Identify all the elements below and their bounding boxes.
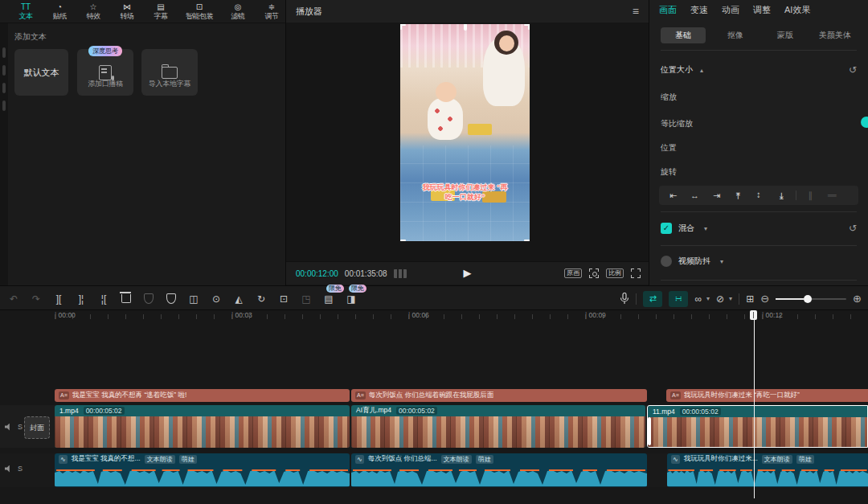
align-bottom-icon[interactable]: ⇥: [776, 185, 787, 207]
tab-animation[interactable]: 动画: [722, 4, 739, 16]
video-preview[interactable]: 我玩玩具时你们凑过来 “再 吃一口就好”: [400, 24, 530, 241]
cover-button[interactable]: 封面: [24, 416, 50, 439]
script-match-icon[interactable]: 限免 ◨: [341, 289, 362, 309]
quality-badge[interactable]: 原画: [564, 268, 582, 278]
clip-name: AI育儿.mp4: [356, 406, 391, 416]
tab-adjust[interactable]: 调整: [753, 4, 771, 16]
folder-icon: [162, 67, 178, 79]
selection-handle-top[interactable]: [464, 24, 467, 31]
freeze-frame-icon[interactable]: ◫: [183, 289, 204, 309]
stabilize-dropdown-icon[interactable]: ▾: [720, 258, 723, 265]
toy-blocks: [468, 124, 492, 135]
undo-icon[interactable]: ↶: [3, 289, 24, 309]
timeline-zoom-slider[interactable]: [776, 298, 846, 300]
reset-position-size-icon[interactable]: ↺: [849, 64, 857, 76]
selection-handle[interactable]: [524, 240, 530, 241]
screen-record-icon[interactable]: ⊞: [746, 293, 754, 305]
mute-track-icon[interactable]: [5, 424, 13, 431]
rotate-icon[interactable]: ↻: [251, 289, 272, 309]
delete-right-icon[interactable]: ¦[: [93, 289, 114, 309]
subtab-cutout[interactable]: 抠像: [710, 30, 760, 41]
nav-tab-captions[interactable]: ▤ 字幕: [145, 0, 177, 23]
tab-ai-effects[interactable]: AI效果: [784, 4, 810, 16]
text-clip-2[interactable]: A≡ 每次到饭点 你们总端着碗跟在我屁股后面: [351, 389, 647, 402]
clip-name: 1.mp4: [59, 407, 79, 415]
mute-track-icon[interactable]: [5, 465, 13, 473]
subtab-basic[interactable]: 基础: [661, 27, 706, 43]
preview-axis-button[interactable]: ∺: [669, 291, 688, 307]
timeline-zoom-out-icon[interactable]: ⊖: [760, 293, 769, 305]
inspector-panel: 画面 变速 动画 调整 AI效果 基础 抠像 蒙版 美颜美体 位置大小 ▴ ↺ …: [649, 0, 868, 285]
video-clip-3-selected[interactable]: 11.mp4 00:00:05:02: [647, 405, 868, 448]
player-title: 播放器: [296, 6, 322, 18]
audio-clip-3[interactable]: ∿ 我玩玩具时你们凑过来... 文本朗读 萌娃: [667, 453, 868, 487]
mask-icon[interactable]: [161, 289, 182, 309]
align-middle-v-icon[interactable]: ↔: [755, 185, 765, 207]
text-clip-icon: A≡: [355, 391, 366, 400]
solo-track-button[interactable]: S: [18, 465, 23, 473]
nav-tab-transition[interactable]: ⋈ 转场: [111, 0, 143, 23]
blend-checkbox[interactable]: ✓: [661, 223, 672, 234]
audio-clip-1[interactable]: ∿ 我是宝宝 我真的不想... 文本朗读 萌娃: [55, 453, 350, 487]
video-clip-2[interactable]: AI育儿.mp4 00:00:05:02: [351, 405, 645, 448]
player-menu-icon[interactable]: ≡: [633, 5, 639, 18]
delete-icon[interactable]: [116, 289, 137, 309]
selection-handle[interactable]: [528, 24, 530, 30]
play-button[interactable]: ▶: [464, 262, 472, 285]
split-icon[interactable]: ][: [48, 289, 69, 309]
nav-tab-sticker[interactable]: ◔ 贴纸: [43, 0, 76, 23]
video-thumbnails: [351, 416, 645, 448]
ratio-badge[interactable]: 比例: [606, 268, 624, 278]
add-script-card[interactable]: 深度思考 添加口播稿: [77, 49, 133, 96]
nav-tab-filter[interactable]: ◎ 滤镜: [222, 0, 254, 23]
stabilize-checkbox[interactable]: [661, 256, 672, 267]
align-left-icon[interactable]: ⇤: [662, 191, 684, 201]
playhead-handle[interactable]: [750, 310, 757, 320]
nav-tab-effects[interactable]: ☆ 特效: [77, 0, 109, 23]
tab-picture[interactable]: 画面: [659, 4, 677, 16]
text-to-speech-icon[interactable]: 限免 ▤: [318, 289, 339, 309]
text-clip-icon: A≡: [59, 391, 69, 400]
reverse-icon[interactable]: ⊙: [206, 289, 227, 309]
voice-badge: 萌娃: [179, 455, 197, 464]
link-button[interactable]: ∞▾: [694, 293, 710, 305]
video-subtitle[interactable]: 我玩玩具时你们凑过来 “再 吃一口就好”: [403, 182, 526, 202]
timeline-zoom-thumb[interactable]: [804, 295, 812, 303]
fullscreen-icon[interactable]: [631, 268, 641, 278]
magnet-snap-button[interactable]: ⇄: [643, 291, 662, 307]
selection-handle[interactable]: [400, 240, 406, 241]
reset-blend-icon[interactable]: ↺: [849, 223, 857, 234]
uniform-scale-toggle[interactable]: [861, 117, 868, 128]
nav-tab-adjust[interactable]: ≑ 调节: [256, 0, 288, 23]
text-clip-1[interactable]: A≡ 我是宝宝 我真的不想再 “逃着吃饭” 啦!: [55, 389, 350, 402]
timeline-ruler[interactable]: 00:00 00:03 00:06 00:09 00:12: [0, 310, 868, 322]
position-size-label: 位置大小: [661, 64, 693, 76]
align-right-icon[interactable]: ⇥: [706, 191, 727, 201]
focus-icon[interactable]: [589, 268, 599, 278]
import-subtitle-card[interactable]: 导入本地字幕: [141, 49, 198, 96]
solo-track-button[interactable]: S: [18, 423, 23, 431]
crop-icon[interactable]: ⊡: [273, 289, 294, 309]
subtab-beauty[interactable]: 美颜美体: [810, 30, 860, 41]
delete-left-icon[interactable]: ]¦: [71, 289, 92, 309]
audio-waveform: [667, 465, 868, 486]
frame-view-icon[interactable]: [394, 269, 407, 278]
nav-tab-text[interactable]: TT 文本: [10, 0, 42, 23]
unlink-button[interactable]: ⊘▾: [716, 293, 732, 305]
timeline-zoom-in-icon[interactable]: ⊕: [853, 293, 862, 305]
blend-dropdown-icon[interactable]: ▾: [704, 225, 707, 232]
align-center-h-icon[interactable]: ↔: [684, 191, 706, 200]
mirror-icon[interactable]: ◭: [228, 289, 249, 309]
subtab-mask[interactable]: 蒙版: [760, 30, 810, 41]
audio-clip-2[interactable]: ∿ 每次到饭点 你们总端... 文本朗读 萌娃: [351, 453, 647, 487]
video-clip-1[interactable]: 1.mp4 00:00:05:02: [55, 405, 350, 448]
nav-tab-smart-pack[interactable]: ⊡ 智能包装: [178, 0, 220, 23]
redo-icon[interactable]: ↷: [26, 289, 47, 309]
tab-speed[interactable]: 变速: [690, 4, 708, 16]
selection-handle[interactable]: [400, 24, 402, 30]
align-top-icon[interactable]: ⇤: [733, 185, 743, 207]
collapse-icon[interactable]: ▴: [700, 67, 703, 74]
text-clip-3[interactable]: A≡ 我玩玩具时你们凑过来 “再吃一口就好”: [666, 389, 868, 402]
record-voiceover-icon[interactable]: [620, 293, 629, 305]
default-text-card[interactable]: 默认文本: [14, 49, 68, 96]
